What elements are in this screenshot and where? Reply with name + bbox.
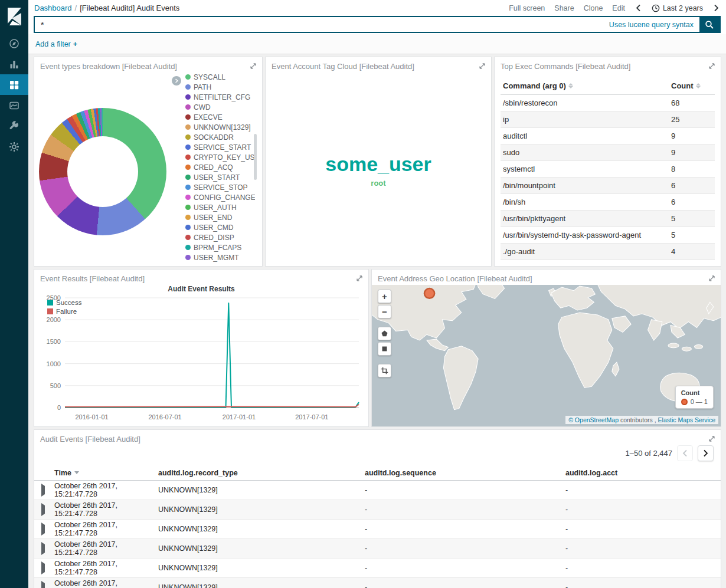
legend-item[interactable]: SERVICE_STOP	[185, 184, 255, 191]
tag-cloud-tag[interactable]: some_user	[325, 154, 431, 174]
count-cell: 9	[671, 132, 712, 140]
edit-button[interactable]: Edit	[612, 4, 625, 12]
table-body: /sbin/restorecon68ip25auditctl9sudo9syst…	[501, 95, 715, 260]
donut-chart[interactable]	[39, 108, 166, 235]
expand-row-caret-icon[interactable]	[41, 523, 45, 536]
legend-item[interactable]: PATH	[185, 84, 255, 91]
legend-item[interactable]: CONFIG_CHANGE	[185, 194, 255, 201]
share-button[interactable]: Share	[554, 4, 574, 12]
sidebar-item-timelion[interactable]	[0, 95, 28, 116]
expand-panel-button[interactable]	[248, 61, 258, 73]
legend-item[interactable]: EXECVE	[185, 114, 255, 121]
legend-item[interactable]: SOCKADDR	[185, 134, 255, 141]
column-header-time[interactable]: Time	[54, 469, 158, 477]
legend-item[interactable]: SERVICE_START	[185, 144, 255, 151]
clock-icon	[652, 4, 660, 12]
lucene-syntax-link[interactable]: Uses lucene query syntax	[609, 21, 694, 29]
expand-row-caret-icon[interactable]	[41, 542, 45, 555]
kibana-logo[interactable]	[0, 0, 28, 33]
breadcrumb-dashboard-link[interactable]: Dashboard	[34, 4, 72, 12]
expand-panel-button[interactable]	[478, 61, 487, 73]
legend-item[interactable]: USER_MGMT	[185, 254, 255, 261]
svg-text:1000: 1000	[47, 360, 61, 367]
full-screen-button[interactable]: Full screen	[509, 4, 545, 12]
legend-item[interactable]: SYSCALL	[185, 74, 255, 81]
add-filter-label: Add a filter	[35, 40, 71, 48]
legend-item[interactable]: UNKNOWN[1329]	[185, 124, 255, 131]
count-cell: 5	[671, 214, 712, 223]
expand-row-caret-icon[interactable]	[41, 581, 45, 588]
legend-item[interactable]: CRYPTO_KEY_USER	[185, 154, 255, 161]
expand-panel-button[interactable]	[707, 274, 717, 285]
column-header-count[interactable]: Count	[671, 81, 712, 90]
search-button[interactable]	[699, 17, 720, 32]
legend-toggle-button[interactable]	[172, 76, 181, 86]
time-back-button[interactable]	[635, 3, 642, 13]
column-header-sequence[interactable]: auditd.log.sequence	[365, 469, 565, 477]
expand-row-caret-icon[interactable]	[41, 561, 45, 574]
zoom-out-button[interactable]: −	[378, 305, 391, 318]
breadcrumb-separator: /	[75, 4, 77, 12]
legend-color-dot	[185, 144, 191, 150]
legend-color-dot	[185, 205, 191, 210]
time-picker[interactable]: Last 2 years	[652, 4, 703, 12]
legend-item[interactable]: USER_CMD	[185, 224, 255, 231]
sidebar-item-dev-tools[interactable]	[0, 116, 28, 136]
legend-item[interactable]: NETFILTER_CFG	[185, 94, 255, 101]
breadcrumb: Dashboard / [Filebeat Auditd] Audit Even…	[34, 4, 179, 12]
tag-cloud-tag[interactable]: root	[371, 179, 385, 187]
sidebar-item-visualize[interactable]	[0, 54, 28, 74]
table-row: /sbin/restorecon68	[501, 95, 715, 111]
rectangle-draw-button[interactable]	[378, 342, 391, 356]
chevron-left-icon	[682, 449, 688, 457]
table-row: October 26th 2017, 15:21:47.728UNKNOWN[1…	[34, 578, 721, 588]
legend-item[interactable]: CRED_ACQ	[185, 164, 255, 171]
add-filter-link[interactable]: Add a filter+	[35, 40, 77, 48]
expand-row-caret-icon[interactable]	[41, 484, 45, 497]
legend-item[interactable]: USER_START	[185, 174, 255, 181]
legend-item[interactable]: BPRM_FCAPS	[185, 244, 255, 251]
map-canvas	[372, 285, 721, 426]
zoom-in-button[interactable]: +	[378, 290, 391, 303]
legend-item[interactable]: CRED_DISP	[185, 234, 255, 241]
column-header-record-type[interactable]: auditd.log.record_type	[158, 469, 365, 477]
expand-icon	[708, 435, 715, 442]
table-row: systemctl8	[501, 161, 715, 178]
pagination: 1–50 of 2,447	[625, 445, 714, 461]
sidebar	[0, 0, 28, 588]
legend-item[interactable]: CWD	[185, 104, 255, 111]
expand-row-caret-icon[interactable]	[41, 503, 45, 516]
previous-page-button[interactable]	[677, 445, 693, 461]
chevron-right-icon	[714, 4, 719, 12]
expand-panel-button[interactable]	[707, 434, 717, 445]
gear-icon	[9, 142, 19, 152]
record-type-cell: UNKNOWN[1329]	[158, 505, 365, 514]
polygon-draw-button[interactable]	[378, 327, 391, 340]
legend-label: EXECVE	[194, 114, 223, 121]
panel-title: Audit Events [Filebeat Auditd]	[34, 430, 721, 448]
fit-bounds-button[interactable]	[378, 364, 391, 377]
tag-cloud: some_userroot	[266, 75, 491, 266]
legend-color-dot	[185, 114, 191, 120]
legend-item[interactable]: USER_END	[185, 214, 255, 221]
geo-point-marker[interactable]	[424, 288, 434, 298]
legend-label: CRED_ACQ	[194, 164, 233, 171]
sidebar-item-dashboard[interactable]	[0, 74, 28, 95]
sidebar-item-discover[interactable]	[0, 33, 28, 54]
expand-panel-button[interactable]	[355, 274, 364, 285]
legend-label: BPRM_FCAPS	[194, 244, 241, 251]
time-forward-button[interactable]	[712, 3, 720, 13]
search-query-input[interactable]	[35, 20, 609, 29]
next-page-button[interactable]	[698, 445, 714, 461]
kibana-logo-icon	[5, 6, 24, 27]
legend-scrollbar[interactable]	[254, 134, 257, 180]
world-map[interactable]: + − Count 0 — 1	[372, 285, 721, 426]
openstreetmap-link[interactable]: © OpenStreetMap	[568, 416, 619, 423]
column-header-command[interactable]: Command (arg 0)	[503, 81, 671, 90]
clone-button[interactable]: Clone	[584, 4, 603, 12]
legend-item[interactable]: USER_AUTH	[185, 204, 255, 211]
column-header-acct[interactable]: auditd.log.acct	[565, 469, 721, 477]
sidebar-item-management[interactable]	[0, 136, 28, 157]
expand-panel-button[interactable]	[707, 61, 717, 73]
elastic-maps-service-link[interactable]: Elastic Maps Service	[658, 416, 715, 423]
